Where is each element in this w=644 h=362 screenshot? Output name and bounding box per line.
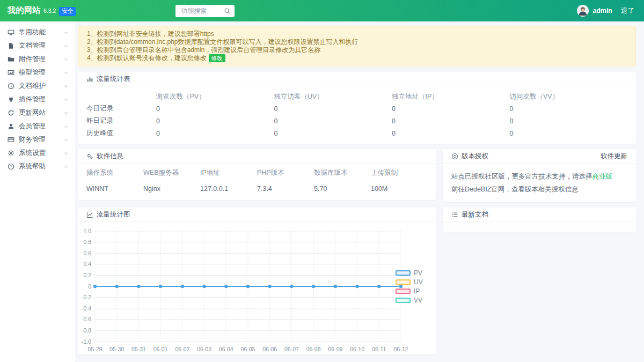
sidebar-item-label: 更新网站	[19, 108, 63, 117]
sidebar-item-document-manage[interactable]: 文档管理	[0, 39, 75, 53]
legend-item-UV[interactable]: UV	[396, 277, 423, 286]
warning-item: 3、检测到后台管理目录名称中包含admin，强烈建议后台管理目录修改为其它名称	[87, 46, 627, 54]
chart-canvas: 1.00.80.60.40.20-0.2-0.4-0.6-0.8-1.005-2…	[78, 225, 421, 354]
folder-icon[interactable]	[121, 7, 130, 14]
field-value: 5.70	[314, 184, 371, 194]
sidebar-item-system-settings[interactable]: 系统设置	[0, 146, 75, 160]
username-label[interactable]: admin	[592, 7, 612, 14]
field-label: 上传限制	[371, 168, 428, 178]
refresh-icon	[8, 109, 14, 116]
legend-swatch	[396, 298, 411, 303]
copyright-icon	[451, 153, 458, 160]
svg-text:-0.6: -0.6	[82, 316, 91, 322]
traffic-table-panel: 流量统计表 浏览次数（PV）独立访客（UV）独立地址（IP）访问次数（VV）今日…	[78, 72, 636, 144]
svg-text:06-10: 06-10	[350, 346, 364, 352]
legend-swatch	[396, 279, 411, 285]
svg-text:05-29: 05-29	[88, 346, 103, 352]
license-line2: 前往DedeBIZ官网，查看版本相关授权信息	[451, 183, 627, 196]
commercial-edition-link[interactable]: 商业版	[592, 173, 613, 180]
svg-text:-1.0: -1.0	[82, 338, 91, 345]
legend-label: PV	[414, 269, 422, 277]
warning-item: 4、检测到默认账号没有修改，建议您修改修改	[87, 54, 627, 62]
search-icon[interactable]	[224, 8, 231, 14]
traffic-chart: 1.00.80.60.40.20-0.2-0.4-0.6-0.8-1.005-2…	[78, 222, 436, 354]
software-update-link[interactable]: 软件更新	[601, 152, 627, 161]
menu-icon[interactable]	[101, 7, 111, 14]
sidebar-item-label: 常用功能	[19, 28, 63, 37]
chevron-down-icon	[63, 124, 69, 129]
site-logo: 我的网站	[8, 5, 41, 16]
sidebar-item-attachment-manage[interactable]: 附件管理	[0, 53, 75, 66]
svg-text:06-01: 06-01	[153, 346, 168, 352]
cell-value: 0	[510, 117, 628, 125]
sidebar-item-label: 会员管理	[19, 122, 63, 131]
sidebar-item-label: 附件管理	[19, 55, 63, 64]
list-icon	[451, 211, 458, 218]
cell-value: 0	[274, 105, 392, 113]
chevron-down-icon	[63, 137, 69, 143]
traffic-table-header-row: 浏览次数（PV）独立访客（UV）独立地址（IP）访问次数（VV）	[86, 91, 627, 102]
column-header: 独立地址（IP）	[392, 92, 510, 101]
cell-value: 0	[392, 105, 510, 113]
cell-value: 0	[274, 117, 392, 125]
cell-value: 0	[156, 105, 274, 113]
refresh-icon[interactable]	[140, 7, 150, 14]
legend-item-PV[interactable]: PV	[396, 268, 423, 277]
software-info-title: 软件信息	[97, 152, 123, 161]
desktop-icon	[8, 29, 14, 36]
sidebar-item-common-functions[interactable]: 常用功能	[0, 26, 75, 39]
home-icon[interactable]	[159, 7, 169, 14]
latest-docs-empty-body	[443, 222, 636, 232]
sidebar-item-model-manage[interactable]: 模型管理	[0, 66, 75, 79]
cell-value: 0	[510, 130, 628, 137]
software-info-panel: 软件信息 操作系统WEB服务器IP地址PHP版本数据库版本上传限制WINNTNg…	[78, 149, 436, 200]
sidebar-item-document-maintain[interactable]: 文档维护	[0, 79, 75, 93]
line-chart-icon	[86, 211, 93, 218]
header-user-area: admin 退了	[577, 5, 644, 17]
column-header: 访问次数（VV）	[510, 92, 628, 101]
sidebar-item-finance-manage[interactable]: 财务管理	[0, 133, 75, 146]
svg-text:06-02: 06-02	[175, 346, 189, 352]
folder-icon	[8, 56, 14, 63]
svg-text:-0.8: -0.8	[82, 327, 91, 334]
sidebar-item-label: 系统帮助	[19, 162, 63, 171]
sidebar-item-label: 模型管理	[19, 68, 63, 77]
security-badge[interactable]: 安全	[59, 7, 76, 16]
svg-text:06-07: 06-07	[284, 346, 299, 352]
outdent-icon[interactable]	[92, 7, 101, 14]
field-label: IP地址	[200, 168, 257, 178]
field-value: WINNT	[86, 184, 143, 194]
row-label: 昨日记录	[86, 116, 156, 125]
sidebar-item-plugin-manage[interactable]: 插件管理	[0, 93, 75, 106]
traffic-chart-panel: 流量统计图 1.00.80.60.40.20-0.2-0.4-0.6-0.8-1…	[78, 208, 436, 354]
chevron-down-icon	[63, 57, 69, 62]
document-icon	[8, 42, 14, 49]
sidebar-item-member-manage[interactable]: 会员管理	[0, 120, 75, 133]
license-title: 版本授权	[462, 152, 488, 161]
sidebar-item-update-site[interactable]: 更新网站	[0, 106, 75, 120]
avatar[interactable]	[577, 5, 589, 17]
svg-text:06-05: 06-05	[241, 346, 255, 352]
gear-icon[interactable]	[150, 7, 159, 14]
brand: 我的网站 6.3.2 安全	[0, 5, 82, 16]
svg-text:-0.2: -0.2	[82, 294, 91, 300]
latest-docs-title: 最新文档	[462, 210, 488, 219]
license-panel: 版本授权 软件更新 站点已授权社区版，更多官方技术支持，请选择商业版 前往Ded…	[443, 149, 636, 202]
svg-text:0.4: 0.4	[83, 261, 91, 267]
bar-chart-icon[interactable]	[130, 7, 140, 14]
chevron-down-icon	[63, 43, 69, 49]
legend-item-IP[interactable]: IP	[396, 286, 423, 295]
cogs-icon	[86, 153, 93, 160]
fix-account-button[interactable]: 修改	[209, 54, 225, 62]
logout-link[interactable]: 退了	[621, 6, 634, 16]
svg-text:06-04: 06-04	[219, 346, 233, 352]
svg-text:?: ?	[10, 165, 12, 168]
search-box	[175, 5, 235, 17]
tag-icon[interactable]	[111, 7, 121, 14]
chevron-down-icon	[63, 151, 69, 156]
svg-text:06-12: 06-12	[394, 346, 408, 352]
sidebar-item-system-help[interactable]: ?系统帮助	[0, 160, 75, 173]
table-row: 历史峰值0000	[86, 127, 627, 139]
warning-item: 2、检测到data/common.inc.php数据库配置文件权限可以写入，建议…	[87, 38, 627, 46]
legend-item-VV[interactable]: VV	[396, 295, 423, 305]
